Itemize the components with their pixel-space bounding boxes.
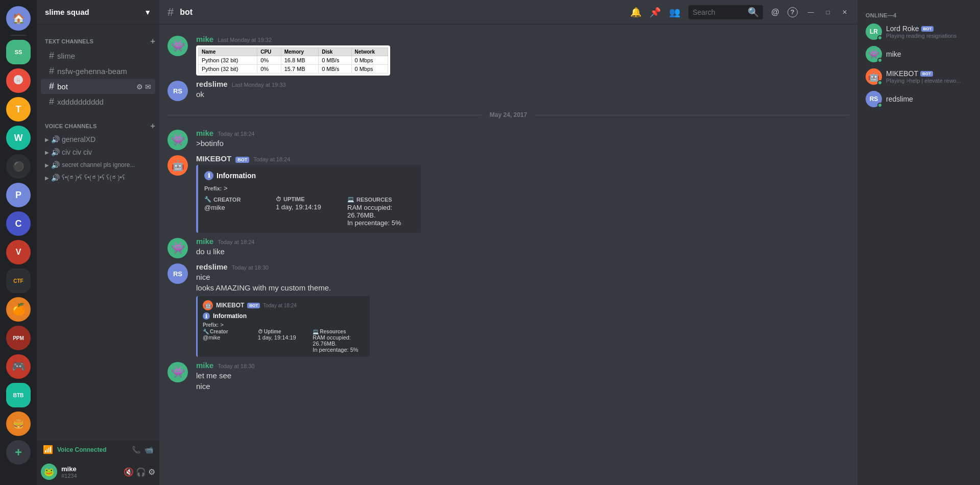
notification-bell-icon[interactable]: 🔔 xyxy=(630,7,641,18)
hash-icon: # xyxy=(49,51,54,61)
member-avatar: LR xyxy=(866,23,882,40)
server-list: 🏠 SS 🅐 T W ⚫ P C V CTF 🍊 PPM 🎮 BTB 🍔 + xyxy=(0,0,37,485)
server-item-ctf[interactable]: CTF xyxy=(6,269,31,293)
voice-channel-generalxd[interactable]: ▶ 🔊 generalXD xyxy=(41,133,155,146)
server-item-btb[interactable]: BTB xyxy=(6,383,31,407)
disconnect-icon[interactable]: 📞 xyxy=(132,446,140,454)
edit-icon[interactable]: ⚙ xyxy=(136,83,143,91)
table-header: Network xyxy=(351,48,388,56)
bot-tag-small: BOT xyxy=(247,303,260,308)
avatar: RS xyxy=(168,81,188,101)
server-item-5[interactable]: ⚫ xyxy=(6,154,31,179)
members-list-icon[interactable]: 👥 xyxy=(669,7,680,18)
table-cell: 0 MB/s xyxy=(319,56,351,65)
server-item-add[interactable]: + xyxy=(6,440,31,465)
member-item-redslime[interactable]: RS redslime xyxy=(862,88,976,110)
message-group: RS redslime Today at 18:30 nice looks AM… xyxy=(159,260,857,359)
member-item-lord-roke[interactable]: LR Lord Roke BOT Playing reading resigna… xyxy=(862,20,976,43)
server-item-bk[interactable]: 🍔 xyxy=(6,411,31,436)
server-item-r[interactable]: 🍊 xyxy=(6,297,31,322)
member-avatar: RS xyxy=(866,91,882,107)
table-header: Disk xyxy=(319,48,351,56)
message-group: 👾 mike Today at 18:30 let me see nice xyxy=(159,359,857,394)
embed-field-value: RAM occupied: 26.76MB.In percentage: 5% xyxy=(347,204,415,227)
hash-icon: # xyxy=(49,96,54,107)
server-item-home[interactable]: 🏠 xyxy=(6,6,31,31)
channel-item-xddd[interactable]: # xdddddddddd xyxy=(41,94,155,109)
deafen-icon[interactable]: 🎧 xyxy=(136,467,146,477)
message-username[interactable]: redslime xyxy=(196,80,228,88)
invite-icon[interactable]: ✉ xyxy=(145,83,151,91)
message-text: >botinfo xyxy=(196,138,849,149)
minimize-icon[interactable]: — xyxy=(806,9,816,16)
info-icon-small: ℹ xyxy=(203,312,210,320)
voice-channel-emoji[interactable]: ▶ 🔊 ʕ•(ಠ)•ʕ ʕ•(ಠ)•ʕ ʕ(ಠ)•ʕ xyxy=(41,172,155,184)
server-item-7[interactable]: C xyxy=(6,211,31,236)
message-username[interactable]: mike xyxy=(196,35,213,43)
server-item-2[interactable]: 🅐 xyxy=(6,68,31,93)
message-username[interactable]: MIKEBOT xyxy=(196,154,231,163)
message-username[interactable]: redslime xyxy=(196,262,228,271)
channel-item-bot[interactable]: # bot ⚙ ✉ xyxy=(41,79,155,94)
voice-channel-secret[interactable]: ▶ 🔊 secret channel pls ignore... xyxy=(41,159,155,171)
embed-small-author: MIKEBOT xyxy=(216,302,244,309)
message-timestamp: Last Monday at 19:33 xyxy=(232,82,286,88)
server-item-4[interactable]: W xyxy=(6,126,31,150)
close-icon[interactable]: ✕ xyxy=(840,9,849,16)
chevron-icon: ▶ xyxy=(45,175,49,181)
add-voice-channel-icon[interactable]: + xyxy=(150,122,155,131)
table-cell: 16.8 MB xyxy=(281,56,319,65)
table-cell: 0 Mbps xyxy=(351,56,388,65)
mention-icon[interactable]: @ xyxy=(771,8,779,17)
table-row: Python (32 bit) 0% 16.8 MB 0 MB/s 0 Mbps xyxy=(199,56,388,65)
server-header[interactable]: slime squad ▼ xyxy=(37,0,159,25)
message-header: redslime Last Monday at 19:33 xyxy=(196,80,849,88)
embed-fields: 🔧 Creator @mike ⏱ Uptime 1 day, 19:14:19 xyxy=(204,196,415,227)
table-cell: 0% xyxy=(257,65,281,74)
embed-small: 🤖 MIKEBOT BOT Today at 18:24 ℹ Informati… xyxy=(196,296,370,357)
task-table: Name CPU Memory Disk Network Python (32 … xyxy=(198,47,388,74)
settings-icon[interactable]: ⚙ xyxy=(148,467,155,477)
voice-channel-name: secret channel pls ignore... xyxy=(62,161,135,168)
pin-icon[interactable]: 📌 xyxy=(650,7,661,18)
bot-tag: BOT xyxy=(921,26,934,32)
sidebar-footer: 📶 Voice Connected 📞 📹 🐸 mike #1234 🔇 🎧 ⚙ xyxy=(37,441,159,485)
message-text: do u like xyxy=(196,247,849,257)
prefix-label: Prefix: xyxy=(204,185,222,191)
voice-channel-civ[interactable]: ▶ 🔊 civ civ civ xyxy=(41,146,155,158)
message-username[interactable]: mike xyxy=(196,129,213,137)
voice-channels-header[interactable]: VOICE CHANNELS + xyxy=(37,113,159,133)
search-icon: 🔍 xyxy=(748,7,759,18)
mute-icon[interactable]: 🔇 xyxy=(124,467,134,477)
message-content: redslime Today at 18:30 nice looks AMAZI… xyxy=(196,262,849,357)
member-item-mike[interactable]: 👾 mike xyxy=(862,43,976,65)
message-username[interactable]: mike xyxy=(196,237,213,246)
server-item-6[interactable]: P xyxy=(6,183,31,207)
server-item-3[interactable]: T xyxy=(6,97,31,122)
server-item-8[interactable]: V xyxy=(6,240,31,264)
speaker-icon: 🔊 xyxy=(51,161,60,169)
member-item-mikebot[interactable]: 🤖 MIKEBOT BOT Playing >help | elevate re… xyxy=(862,65,976,88)
server-item-slime-squad[interactable]: SS xyxy=(6,40,31,64)
search-input[interactable] xyxy=(692,8,744,16)
server-item-gw[interactable]: 🎮 xyxy=(6,354,31,379)
table-header: CPU xyxy=(257,48,281,56)
message-group: RS redslime Last Monday at 19:33 ok xyxy=(159,78,857,103)
member-status-online xyxy=(877,103,882,108)
divider-line xyxy=(168,115,482,115)
message-username[interactable]: mike xyxy=(196,361,213,370)
add-text-channel-icon[interactable]: + xyxy=(150,37,155,46)
server-item-ppm[interactable]: PPM xyxy=(6,326,31,350)
date-divider-text: May 24, 2017 xyxy=(490,111,527,118)
text-channels-header[interactable]: TEXT CHANNELS + xyxy=(37,29,159,48)
maximize-icon[interactable]: □ xyxy=(824,9,832,16)
channel-item-nsfw[interactable]: # nsfw-gehenna-beam xyxy=(41,64,155,79)
video-icon[interactable]: 📹 xyxy=(145,446,153,454)
help-icon[interactable]: ? xyxy=(787,7,798,17)
search-bar[interactable]: 🔍 xyxy=(688,5,763,19)
speaker-icon: 🔊 xyxy=(51,174,60,182)
channel-item-slime[interactable]: # slime xyxy=(41,48,155,63)
user-avatar[interactable]: 🐸 xyxy=(41,464,57,480)
info-icon: ℹ xyxy=(204,171,213,180)
message-timestamp: Today at 18:24 xyxy=(218,239,254,245)
